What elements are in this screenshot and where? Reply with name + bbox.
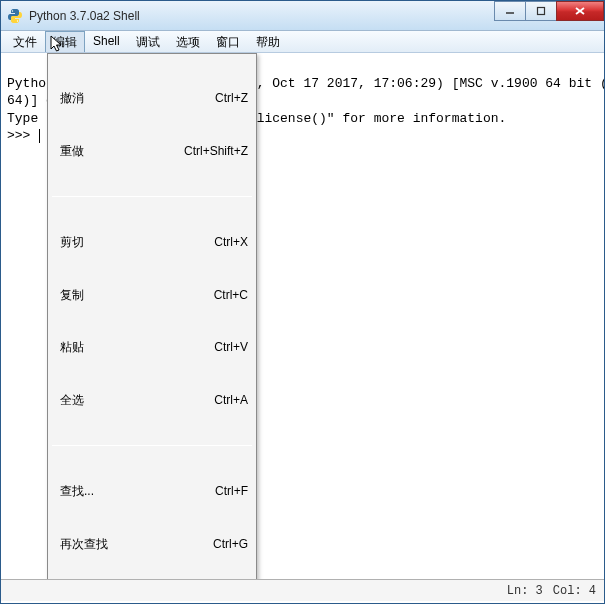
menu-item-shortcut: Ctrl+V [214, 339, 248, 355]
menu-find-again[interactable]: 再次查找 Ctrl+G [50, 534, 254, 554]
maximize-button[interactable] [525, 1, 557, 21]
svg-point-0 [12, 10, 13, 11]
shell-editor[interactable]: Python 3.7.0a2 (v3.7.0a2:f7ac4fe, Oct 17… [1, 53, 604, 579]
svg-rect-3 [538, 8, 545, 15]
menu-item-label: 查找... [60, 483, 215, 499]
menu-item-label: 撤消 [60, 90, 215, 106]
menu-item-shortcut: Ctrl+Shift+Z [184, 143, 248, 159]
menu-cut[interactable]: 剪切 Ctrl+X [50, 233, 254, 253]
menu-shell[interactable]: Shell [85, 31, 128, 52]
menu-item-label: 全选 [60, 392, 214, 408]
menu-paste[interactable]: 粘贴 Ctrl+V [50, 337, 254, 357]
status-line: Ln: 3 [507, 584, 543, 598]
menu-item-shortcut: Ctrl+G [213, 536, 248, 552]
menu-help[interactable]: 帮助 [248, 31, 288, 52]
minimize-button[interactable] [494, 1, 526, 21]
window-controls [495, 1, 604, 21]
menu-edit[interactable]: 编辑 [45, 31, 85, 52]
menu-separator [52, 445, 252, 446]
menu-select-all[interactable]: 全选 Ctrl+A [50, 390, 254, 410]
menu-file[interactable]: 文件 [5, 31, 45, 52]
menu-separator [52, 196, 252, 197]
edit-dropdown: 撤消 Ctrl+Z 重做 Ctrl+Shift+Z 剪切 Ctrl+X 复制 C… [47, 53, 257, 579]
close-button[interactable] [556, 1, 604, 21]
menu-debug[interactable]: 调试 [128, 31, 168, 52]
menu-item-shortcut: Ctrl+C [214, 287, 248, 303]
menu-item-label: 重做 [60, 143, 184, 159]
text-cursor [39, 129, 40, 143]
menu-item-label: 再次查找 [60, 536, 213, 552]
menu-item-shortcut: Ctrl+A [214, 392, 248, 408]
menu-redo[interactable]: 重做 Ctrl+Shift+Z [50, 141, 254, 161]
python-icon [7, 8, 23, 24]
menu-bar: 文件 编辑 Shell 调试 选项 窗口 帮助 [1, 31, 604, 53]
menu-item-shortcut: Ctrl+F [215, 483, 248, 499]
menu-item-shortcut: Ctrl+Z [215, 90, 248, 106]
menu-item-label: 剪切 [60, 234, 214, 250]
menu-find[interactable]: 查找... Ctrl+F [50, 481, 254, 501]
menu-copy[interactable]: 复制 Ctrl+C [50, 285, 254, 305]
menu-window[interactable]: 窗口 [208, 31, 248, 52]
menu-item-label: 复制 [60, 287, 214, 303]
status-bar: Ln: 3 Col: 4 [1, 579, 604, 601]
svg-point-1 [17, 20, 18, 21]
menu-options[interactable]: 选项 [168, 31, 208, 52]
menu-item-label: 粘贴 [60, 339, 214, 355]
menu-item-shortcut: Ctrl+X [214, 234, 248, 250]
menu-undo[interactable]: 撤消 Ctrl+Z [50, 88, 254, 108]
shell-prompt: >>> [7, 128, 38, 143]
title-bar: Python 3.7.0a2 Shell [1, 1, 604, 31]
status-column: Col: 4 [553, 584, 596, 598]
